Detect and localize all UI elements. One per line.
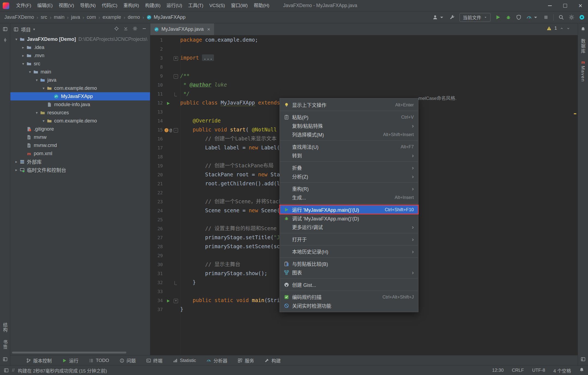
account-button[interactable]	[432, 14, 445, 20]
tree-item[interactable]: ▾com.example.demo	[10, 84, 150, 92]
line-ending-widget[interactable]: CRLF	[512, 368, 524, 373]
tree-item[interactable]: ▸临时文件和控制台	[10, 166, 150, 174]
context-menu-item[interactable]: 分析(Z)›	[280, 172, 418, 181]
search-button[interactable]	[558, 14, 564, 20]
fold-expand-icon[interactable]: +	[174, 56, 178, 61]
editor-tab[interactable]: MyJavaFXApp.java ×	[150, 23, 214, 35]
menubar-item[interactable]: 构建(B)	[142, 0, 164, 11]
breadcrumb-item[interactable]: com	[87, 14, 96, 20]
collapse-all-button[interactable]	[123, 26, 128, 32]
maximize-button[interactable]	[558, 0, 573, 11]
layout-button[interactable]	[3, 357, 8, 363]
menubar-item[interactable]: 视图(V)	[56, 0, 77, 11]
tree-item[interactable]: mvnw	[10, 133, 150, 141]
tree-item[interactable]: ▸外部库	[10, 158, 150, 166]
notifications-status-button[interactable]	[579, 367, 584, 374]
chevron-down-icon[interactable]: ▾	[20, 62, 26, 66]
tree-item[interactable]: ▾com.example.demo	[10, 117, 150, 125]
breadcrumb-item[interactable]: MyJavaFXApp	[146, 14, 185, 20]
tree-item[interactable]: MyJavaFXApp	[10, 92, 150, 100]
close-button[interactable]: ×	[573, 0, 588, 11]
coverage-button[interactable]	[516, 14, 522, 20]
chevron-down-icon[interactable]: ▾	[33, 27, 35, 31]
run-button[interactable]	[495, 14, 501, 20]
context-menu-item[interactable]: 运行 'MyJavaFXApp.main()'(U)Ctrl+Shift+F10	[280, 205, 418, 214]
toolwindow-button-运行[interactable]: 运行	[62, 357, 78, 364]
menubar-item[interactable]: 帮助(H)	[251, 0, 272, 11]
menubar-item[interactable]: 代码(C)	[99, 0, 121, 11]
tree-item[interactable]: ▾main	[10, 68, 150, 76]
tree-item[interactable]: ▾resources	[10, 109, 150, 117]
breadcrumb-item[interactable]: src	[41, 14, 47, 20]
fold-collapse-icon[interactable]: -	[174, 74, 178, 79]
commit-stripe-button[interactable]	[3, 38, 8, 44]
context-menu-item[interactable]: 本地历史记录(H)›	[280, 247, 418, 256]
toolwindow-button-statistic[interactable]: Statistic	[173, 358, 196, 363]
minus-button[interactable]	[142, 26, 147, 32]
profiler-button[interactable]	[526, 14, 538, 20]
run-gutter-icon[interactable]	[166, 299, 170, 303]
encoding-widget[interactable]: UTF-8	[532, 368, 545, 373]
tree-item[interactable]: ▾java	[10, 76, 150, 84]
close-tab-icon[interactable]: ×	[207, 26, 210, 32]
chevron-down-icon[interactable]: ▾	[40, 86, 47, 90]
breadcrumb-item[interactable]: demo	[128, 14, 140, 20]
tree-item[interactable]: mpom.xml	[10, 149, 150, 158]
toolwindow-button-todo[interactable]: TODO	[89, 358, 109, 363]
project-stripe-button[interactable]	[3, 27, 8, 33]
horizontal-scrollbar[interactable]	[12, 352, 126, 354]
context-menu-item[interactable]: 显示上下文操作Alt+Enter	[280, 100, 418, 109]
toolwindow-button-服务[interactable]: 服务	[238, 357, 254, 364]
menubar-item[interactable]: 重构(R)	[120, 0, 142, 11]
context-menu-item[interactable]: 生成...Alt+Insert	[280, 193, 418, 202]
context-menu-item[interactable]: 转到›	[280, 151, 418, 160]
chevron-right-icon[interactable]: ▸	[20, 53, 26, 58]
tool-stripe-button-maven[interactable]: mMaven	[580, 60, 586, 82]
indent-widget[interactable]: 4 个空格	[553, 367, 571, 374]
toolwindow-button-分析器[interactable]: 分析器	[206, 357, 227, 364]
tree-item[interactable]: module-info.java	[10, 100, 150, 109]
tree-item[interactable]: mvnw.cmd	[10, 141, 150, 149]
tree-item[interactable]: ▸.mvn	[10, 51, 150, 60]
layout-button[interactable]	[581, 357, 586, 363]
override-gutter-icon[interactable]: ↑	[164, 128, 169, 132]
gear-button[interactable]	[569, 14, 574, 20]
chevron-right-icon[interactable]: ▸	[13, 159, 20, 164]
chevron-down-icon[interactable]: ▾	[27, 70, 33, 74]
context-menu-item[interactable]: 更多运行/调试›	[280, 223, 418, 231]
toolwindow-button-构建[interactable]: 构建	[264, 357, 281, 364]
run-gutter-icon[interactable]	[166, 101, 170, 106]
context-menu-item[interactable]: 图表›	[280, 268, 418, 277]
tree-item[interactable]: ▾JavaFXDemo [Demo]D:\IDEAProjects\JCNCPr…	[10, 35, 150, 43]
tree-item[interactable]: .gitignore	[10, 125, 150, 133]
warning-stripe-mark[interactable]	[574, 113, 576, 114]
breadcrumb-item[interactable]: java	[71, 14, 80, 20]
menubar-item[interactable]: 窗口(W)	[228, 0, 251, 11]
breadcrumb-item[interactable]: example	[103, 14, 121, 20]
chevron-right-icon[interactable]: ▸	[13, 168, 20, 172]
context-menu-item[interactable]: 复制/粘贴特殊›	[280, 121, 418, 130]
context-menu-item[interactable]: 重构(R)›	[280, 184, 418, 193]
chevron-down-icon[interactable]: ▾	[13, 37, 20, 41]
context-menu-item[interactable]: 折叠›	[280, 163, 418, 172]
menubar-item[interactable]: 工具(T)	[185, 0, 206, 11]
gear-button[interactable]	[133, 26, 137, 32]
context-menu-item[interactable]: 关闭实时检测功能	[280, 301, 418, 310]
context-menu-item[interactable]: 创建 Gist...	[280, 280, 418, 289]
chevron-down-icon[interactable]: ▾	[33, 78, 40, 82]
context-menu-item[interactable]: 编码规约扫描Ctrl+Alt+Shift+J	[280, 293, 418, 301]
context-menu-item[interactable]: 列选择模式(M)Alt+Shift+Insert	[280, 130, 418, 139]
run-configuration-select[interactable]: 当前文件	[460, 13, 491, 22]
toolwindow-button-终端[interactable]: 终端	[146, 357, 163, 364]
menubar-item[interactable]: 文件(F)	[13, 0, 34, 11]
tool-stripe-button[interactable]: 书签	[2, 340, 8, 350]
chevron-down-icon[interactable]: ▾	[40, 119, 47, 123]
tree-item[interactable]: ▸.idea	[10, 43, 150, 51]
context-menu-item[interactable]: 调试 'MyJavaFXApp.main()'(D)	[280, 214, 418, 223]
context-menu-item[interactable]: 查找用法(U)Alt+F7	[280, 142, 418, 151]
inspections-widget[interactable]: 1	[547, 26, 570, 31]
menubar-item[interactable]: 导航(N)	[77, 0, 99, 11]
notifications-button[interactable]	[581, 27, 586, 33]
menubar-item[interactable]: VCS(S)	[206, 0, 228, 11]
context-menu-item[interactable]: 打开于›	[280, 235, 418, 244]
